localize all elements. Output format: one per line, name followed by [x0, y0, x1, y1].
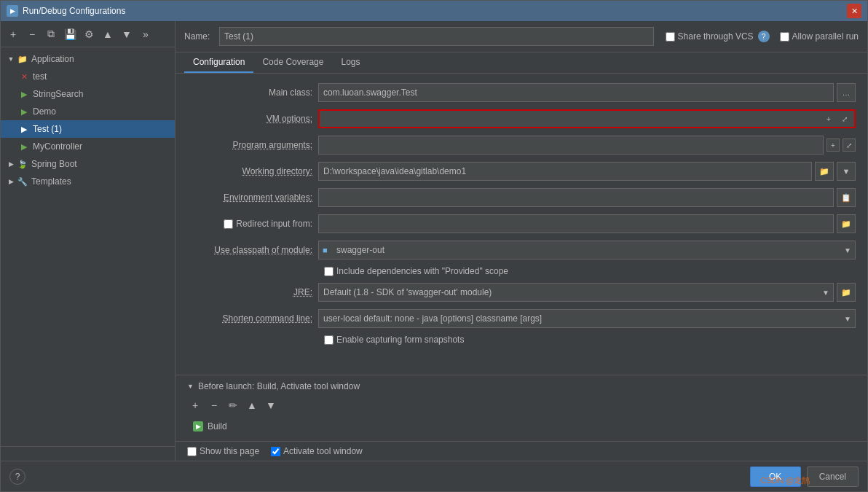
vm-options-input[interactable]	[323, 111, 819, 127]
show-page-checkbox[interactable]	[187, 447, 197, 456]
main-class-row: Main class: …	[187, 82, 856, 103]
redirect-checkbox[interactable]	[224, 219, 233, 229]
tab-code-coverage[interactable]: Code Coverage	[253, 52, 332, 73]
remove-config-button[interactable]: −	[24, 26, 40, 42]
stringsearch-label: StringSearch	[33, 89, 83, 99]
working-dir-label: Working directory:	[187, 166, 318, 176]
allow-parallel-label[interactable]: Allow parallel run	[780, 31, 859, 42]
activate-tool-label[interactable]: Activate tool window	[271, 446, 363, 456]
working-dir-row: Working directory: 📁 ▼	[187, 161, 856, 181]
dialog-title: Run/Debug Configurations	[23, 6, 847, 16]
program-args-label: Program arguments:	[187, 140, 318, 150]
include-deps-label[interactable]: Include dependencies with "Provided" sco…	[324, 266, 508, 276]
share-help-icon[interactable]: ?	[758, 31, 770, 42]
redirect-input[interactable]	[318, 214, 834, 233]
working-dir-arrow-button[interactable]: ▼	[837, 162, 856, 181]
sidebar-item-templates[interactable]: ▶ 🔧 Templates	[1, 173, 175, 190]
program-args-row: Program arguments: + ⤢	[187, 135, 856, 155]
name-label: Name:	[184, 31, 213, 42]
before-launch-add-button[interactable]: +	[187, 397, 203, 413]
redirect-browse-button[interactable]: 📁	[837, 214, 856, 233]
before-launch-build-item: ▶ Build	[187, 418, 856, 435]
dialog-icon: ▶	[7, 5, 18, 17]
share-area: Share through VCS ? Allow parallel run	[666, 31, 859, 42]
allow-parallel-checkbox[interactable]	[780, 32, 789, 42]
classpath-select[interactable]: swagger-out	[318, 241, 856, 259]
move-down-button[interactable]: ▼	[119, 26, 135, 42]
before-launch-down-button[interactable]: ▼	[263, 397, 279, 413]
include-deps-row: Include dependencies with "Provided" sco…	[187, 266, 856, 276]
jre-select[interactable]: Default (1.8 - SDK of 'swagger-out' modu…	[318, 283, 834, 302]
watermark: CSDN @龙鹄	[761, 475, 810, 486]
add-config-button[interactable]: +	[5, 26, 21, 42]
name-input[interactable]	[219, 27, 654, 46]
jre-label: JRE:	[187, 287, 318, 297]
name-row: Name: Share through VCS ? Allow parallel…	[175, 21, 867, 52]
cancel-button[interactable]: Cancel	[807, 466, 859, 487]
main-class-input[interactable]	[318, 83, 834, 102]
share-label: Share through VCS	[678, 31, 754, 42]
jre-select-wrapper: Default (1.8 - SDK of 'swagger-out' modu…	[318, 283, 834, 302]
sidebar-item-test1[interactable]: ▶ Test (1)	[1, 120, 175, 138]
before-launch-remove-button[interactable]: −	[206, 397, 222, 413]
more-button[interactable]: »	[138, 26, 154, 42]
sidebar-item-mycontroller[interactable]: ▶ MyController	[1, 138, 175, 155]
activate-tool-checkbox[interactable]	[271, 447, 280, 456]
demo-label: Demo	[33, 106, 56, 117]
help-button[interactable]: ?	[9, 469, 25, 485]
program-args-add-button[interactable]: +	[826, 138, 840, 152]
vm-options-add-button[interactable]: +	[822, 112, 835, 125]
redirect-input-row: Redirect input from: 📁	[187, 214, 856, 234]
redirect-checkbox-label[interactable]: Redirect input from:	[224, 219, 312, 229]
share-checkbox[interactable]	[666, 32, 675, 42]
env-vars-input[interactable]	[318, 188, 834, 207]
program-args-expand-button[interactable]: ⤢	[843, 138, 856, 152]
springboot-icon: 🍃	[17, 158, 28, 170]
test1-icon: ▶	[18, 123, 30, 135]
tab-logs[interactable]: Logs	[332, 52, 368, 73]
program-args-input-area: + ⤢	[318, 136, 856, 155]
copy-config-button[interactable]: ⧉	[43, 26, 59, 42]
sidebar-item-application[interactable]: ▼ 📁 Application	[1, 50, 175, 68]
env-vars-label: Environment variables:	[187, 192, 318, 203]
settings-button[interactable]: ⚙	[81, 26, 97, 42]
include-deps-checkbox[interactable]	[324, 267, 334, 276]
save-config-button[interactable]: 💾	[62, 26, 78, 42]
before-launch-up-button[interactable]: ▲	[244, 397, 260, 413]
vm-options-expand-button[interactable]: ⤢	[838, 112, 851, 125]
sidebar-item-springboot[interactable]: ▶ 🍃 Spring Boot	[1, 155, 175, 173]
build-icon: ▶	[193, 421, 203, 432]
enable-snapshots-checkbox[interactable]	[324, 335, 334, 345]
working-dir-browse-button[interactable]: 📁	[815, 162, 834, 181]
share-checkbox-label[interactable]: Share through VCS	[666, 31, 754, 42]
show-page-label[interactable]: Show this page	[187, 446, 259, 456]
before-launch-arrow-icon: ▼	[187, 383, 194, 390]
move-up-button[interactable]: ▲	[100, 26, 116, 42]
show-page-text: Show this page	[200, 446, 259, 456]
enable-snapshots-text: Enable capturing form snapshots	[336, 335, 464, 345]
mycontroller-label: MyController	[33, 141, 82, 152]
stringsearch-icon: ▶	[18, 88, 30, 100]
shorten-cmd-select[interactable]: user-local default: none - java [options…	[318, 309, 856, 328]
sidebar-item-test[interactable]: ✕ test	[1, 68, 175, 85]
env-vars-browse-button[interactable]: 📋	[837, 188, 856, 207]
working-dir-input[interactable]	[318, 162, 812, 181]
sidebar: + − ⧉ 💾 ⚙ ▲ ▼ » ▼ 📁 Application ✕	[1, 21, 175, 461]
sidebar-item-demo[interactable]: ▶ Demo	[1, 103, 175, 120]
redirect-input-area: 📁	[318, 214, 856, 233]
shorten-cmd-row: Shorten command line: user-local default…	[187, 308, 856, 329]
sidebar-item-stringsearch[interactable]: ▶ StringSearch	[1, 85, 175, 103]
enable-snapshots-row: Enable capturing form snapshots	[187, 335, 856, 345]
shorten-cmd-select-wrapper: user-local default: none - java [options…	[318, 309, 856, 328]
test-label: test	[33, 71, 47, 82]
jre-browse-button[interactable]: 📁	[837, 283, 856, 302]
tab-configuration[interactable]: Configuration	[184, 52, 253, 73]
before-launch-edit-button[interactable]: ✏	[225, 397, 241, 413]
main-class-browse-button[interactable]: …	[837, 83, 856, 102]
before-launch-section: ▼ Before launch: Build, Activate tool wi…	[175, 375, 867, 441]
close-button[interactable]: ✕	[847, 4, 861, 18]
templates-icon: 🔧	[17, 176, 28, 187]
program-args-input[interactable]	[318, 136, 824, 155]
before-launch-header[interactable]: ▼ Before launch: Build, Activate tool wi…	[187, 381, 856, 391]
enable-snapshots-label[interactable]: Enable capturing form snapshots	[324, 335, 464, 345]
